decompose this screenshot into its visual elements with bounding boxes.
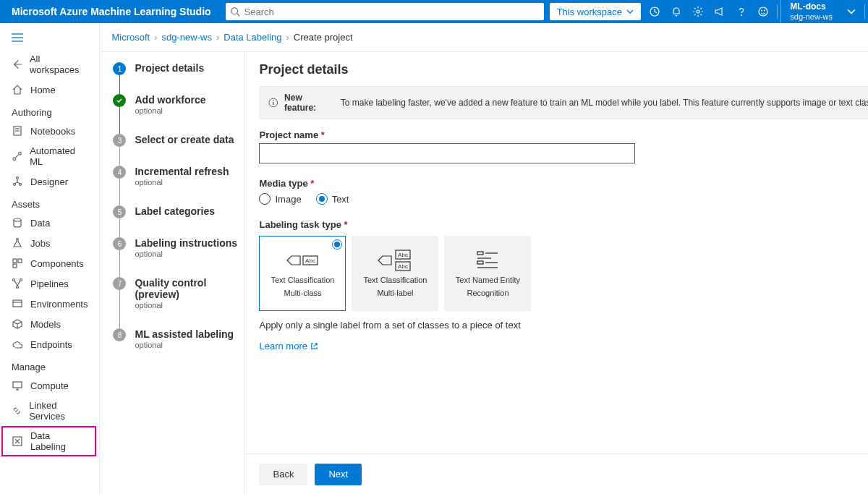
wizard-step-5[interactable]: 5 Label categories xyxy=(113,205,238,237)
sidebar: All workspaces Home Authoring Notebooks … xyxy=(0,23,100,494)
step-optional: optional xyxy=(135,301,238,310)
sidebar-item-environments[interactable]: Environments xyxy=(0,294,99,314)
workspace-switcher[interactable]: ML-docs sdg-new-ws xyxy=(780,0,841,23)
sidebar-item-notebooks[interactable]: Notebooks xyxy=(0,121,99,141)
svg-point-16 xyxy=(17,177,19,179)
search-icon xyxy=(230,7,240,17)
back-button[interactable]: Back xyxy=(259,464,307,485)
step-title: Label categories xyxy=(135,205,215,217)
workspace-scope-selector[interactable]: This workspace xyxy=(550,3,641,20)
step-title: Add workforce xyxy=(135,94,205,106)
sidebar-item-jobs[interactable]: Jobs xyxy=(0,233,99,253)
step-number: 6 xyxy=(113,237,126,250)
monitor-icon xyxy=(12,380,23,391)
svg-point-6 xyxy=(762,10,762,11)
wizard-step-1[interactable]: 1 Project details xyxy=(113,62,238,94)
tag-multi-abc-icon: AbcAbc xyxy=(377,250,413,271)
radio-text[interactable]: Text xyxy=(316,193,349,205)
sidebar-item-data[interactable]: Data xyxy=(0,213,99,233)
sidebar-item-data-labeling[interactable]: Data Labeling xyxy=(1,426,96,456)
sidebar-item-compute[interactable]: Compute xyxy=(0,375,99,396)
help-icon[interactable] xyxy=(731,0,752,23)
svg-point-25 xyxy=(17,286,19,289)
info-text: To make labeling faster, we've added a n… xyxy=(341,98,868,108)
app-title: Microsoft Azure Machine Learning Studio xyxy=(0,6,223,17)
database-icon xyxy=(12,217,23,229)
radio-icon xyxy=(316,193,328,205)
sidebar-item-label: Notebooks xyxy=(30,126,75,137)
gear-icon[interactable] xyxy=(687,0,709,23)
sidebar-item-designer[interactable]: Designer xyxy=(0,171,99,192)
learn-more-link[interactable]: Learn more xyxy=(259,341,318,352)
svg-text:Abc: Abc xyxy=(399,263,409,270)
task-card-sublabel: Multi-label xyxy=(377,289,413,297)
bell-icon[interactable] xyxy=(665,0,687,23)
menu-toggle-icon[interactable] xyxy=(0,30,99,49)
step-number: 4 xyxy=(113,166,126,179)
step-title: Incremental refresh xyxy=(135,166,229,177)
task-card-sublabel: Recognition xyxy=(467,289,509,297)
automl-icon xyxy=(12,150,22,162)
search-input[interactable] xyxy=(240,7,540,17)
radio-image[interactable]: Image xyxy=(259,193,301,205)
sidebar-item-all-workspaces[interactable]: All workspaces xyxy=(0,49,99,80)
task-card-multilabel[interactable]: AbcAbc Text Classification Multi-label xyxy=(352,236,438,311)
step-optional: optional xyxy=(135,178,229,187)
sidebar-item-home[interactable]: Home xyxy=(0,80,99,100)
wizard-step-2[interactable]: Add workforceoptional xyxy=(113,94,238,134)
notebook-icon xyxy=(12,125,23,137)
environment-icon xyxy=(12,298,23,310)
wizard-step-3[interactable]: 3 Select or create data xyxy=(113,134,238,166)
wizard-step-4[interactable]: 4 Incremental refreshoptional xyxy=(113,166,238,205)
sidebar-item-automl[interactable]: Automated ML xyxy=(0,141,99,171)
wizard-step-7[interactable]: 7 Quality control (preview)optional xyxy=(113,277,238,328)
breadcrumb-link[interactable]: sdg-new-ws xyxy=(162,32,212,43)
workspace-subname: sdg-new-ws xyxy=(790,12,833,22)
checkmark-icon xyxy=(113,94,126,107)
svg-rect-22 xyxy=(13,264,17,268)
step-title: Quality control (preview) xyxy=(135,277,238,300)
step-number: 7 xyxy=(113,277,126,290)
svg-point-33 xyxy=(273,100,274,101)
svg-point-0 xyxy=(231,8,237,14)
svg-point-3 xyxy=(697,10,699,13)
svg-rect-20 xyxy=(13,259,17,263)
task-card-ner[interactable]: Text Named Entity Recognition xyxy=(444,236,531,311)
components-icon xyxy=(12,257,23,269)
form-area: Project details New feature: To make lab… xyxy=(244,52,868,453)
clock-icon[interactable] xyxy=(644,0,665,23)
sidebar-item-components[interactable]: Components xyxy=(0,253,99,273)
wizard-step-8[interactable]: 8 ML assisted labelingoptional xyxy=(113,328,238,349)
step-optional: optional xyxy=(135,341,234,349)
sidebar-item-pipelines[interactable]: Pipelines xyxy=(0,273,99,294)
sidebar-item-label: Home xyxy=(30,85,56,95)
home-icon xyxy=(12,84,23,95)
next-button[interactable]: Next xyxy=(315,464,362,485)
breadcrumb-current: Create project xyxy=(294,32,353,43)
wizard-step-6[interactable]: 6 Labeling instructionsoptional xyxy=(113,237,238,277)
svg-text:Abc: Abc xyxy=(306,257,316,264)
search-box[interactable] xyxy=(226,3,544,20)
sidebar-item-models[interactable]: Models xyxy=(0,314,99,334)
sidebar-item-linked-services[interactable]: Linked Services xyxy=(0,396,99,426)
project-name-input[interactable] xyxy=(259,143,635,163)
sidebar-item-label: Data Labeling xyxy=(30,430,88,452)
info-label: New feature: xyxy=(284,93,335,113)
radio-icon xyxy=(259,193,271,205)
task-card-multiclass[interactable]: Abc Text Classification Multi-class xyxy=(259,236,346,311)
megaphone-icon[interactable] xyxy=(709,0,731,23)
workspace-scope-label: This workspace xyxy=(557,7,622,17)
pipeline-icon xyxy=(12,278,23,289)
breadcrumb-link[interactable]: Microsoft xyxy=(111,32,150,43)
step-number: 5 xyxy=(113,205,126,218)
task-card-sublabel: Multi-class xyxy=(284,289,322,297)
svg-point-19 xyxy=(14,218,21,221)
header-actions: ML-docs sdg-new-ws xyxy=(644,0,868,23)
workspace-chevron-icon[interactable] xyxy=(841,7,861,16)
sidebar-item-endpoints[interactable]: Endpoints xyxy=(0,334,99,354)
sidebar-item-label: Pipelines xyxy=(30,278,69,289)
smile-icon[interactable] xyxy=(752,0,774,23)
breadcrumb-link[interactable]: Data Labeling xyxy=(224,32,281,43)
sidebar-item-label: All workspaces xyxy=(30,54,88,75)
task-card-label: Text Named Entity xyxy=(456,276,520,284)
